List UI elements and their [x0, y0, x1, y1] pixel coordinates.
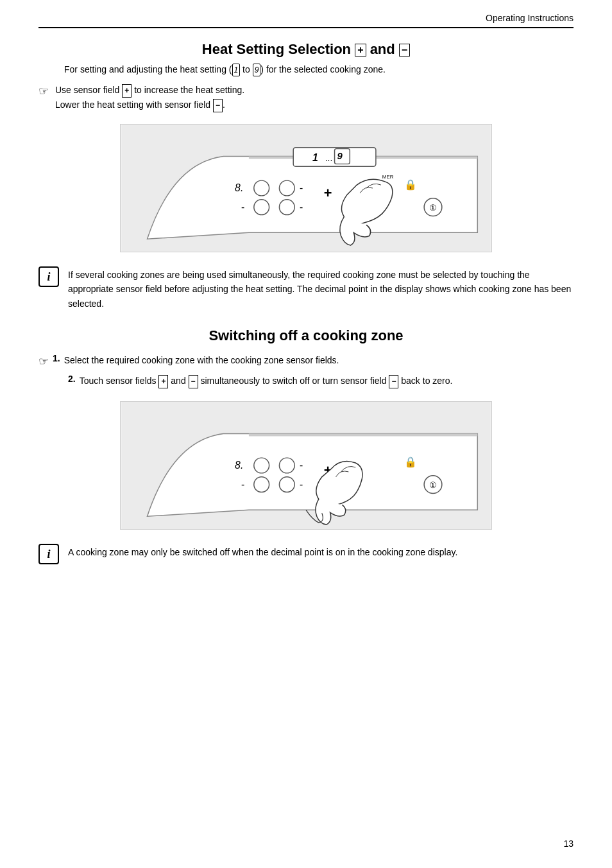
step2-row: 2. Touch sensor fields + and − simultane… — [68, 374, 574, 388]
step1-row: ☞ 1. Select the required cooking zone wi… — [38, 353, 574, 369]
svg-text:MER: MER — [382, 174, 394, 180]
section2-title: Switching off a cooking zone — [38, 327, 574, 344]
step2-label: 2. — [68, 374, 76, 384]
info-box-1: i If several cooking zones are being use… — [38, 266, 574, 311]
heat-instruction-text: Use sensor field + to increase the heat … — [55, 83, 244, 112]
info-icon-2: i — [38, 544, 59, 564]
svg-text:9: 9 — [337, 152, 343, 162]
svg-text:-: - — [241, 479, 244, 490]
info-box-2: i A cooking zone may only be switched of… — [38, 544, 574, 564]
diagram1: 1 ... 9 8. - - - + — [120, 124, 492, 252]
svg-text:...: ... — [325, 153, 333, 163]
info-icon-1: i — [38, 266, 59, 287]
hand-pointer-icon: ☞ — [38, 84, 49, 98]
section-heat-setting: Heat Setting Selection + and − For setti… — [38, 41, 574, 252]
svg-text:①: ① — [429, 480, 437, 490]
hand-pointer-icon-2: ☞ — [38, 354, 49, 369]
svg-text:🔒: 🔒 — [404, 456, 417, 468]
svg-text:-: - — [300, 182, 303, 193]
step1-text: Select the required cooking zone with th… — [64, 353, 339, 367]
info-text-1: If several cooking zones are being used … — [68, 266, 574, 311]
step1-label: 1. — [53, 353, 60, 363]
header-title: Operating Instructions — [486, 13, 574, 23]
svg-text:🔒: 🔒 — [404, 178, 417, 191]
header: Operating Instructions — [38, 13, 574, 28]
svg-text:-: - — [300, 460, 303, 471]
info-text-2: A cooking zone may only be switched off … — [68, 544, 457, 559]
step2-text: Touch sensor fields + and − simultaneous… — [80, 374, 453, 388]
svg-text:1: 1 — [312, 152, 318, 163]
diagram2: 8. - - - + 🔒 ① — [120, 401, 492, 530]
section-switching-off: Switching off a cooking zone ☞ 1. Select… — [38, 327, 574, 530]
section1-title: Heat Setting Selection + and − — [38, 41, 574, 58]
svg-text:-: - — [300, 202, 303, 213]
heat-instruction-row: ☞ Use sensor field + to increase the hea… — [38, 83, 574, 112]
svg-rect-21 — [249, 434, 477, 437]
page: Operating Instructions Heat Setting Sele… — [0, 0, 612, 868]
svg-text:①: ① — [429, 203, 437, 213]
section1-intro: For setting and adjusting the heat setti… — [64, 63, 574, 76]
page-number: 13 — [563, 838, 574, 849]
svg-text:-: - — [241, 202, 244, 213]
svg-text:+: + — [324, 185, 332, 201]
svg-text:-: - — [300, 479, 303, 490]
svg-text:8.: 8. — [235, 182, 243, 193]
svg-text:8.: 8. — [235, 460, 243, 471]
